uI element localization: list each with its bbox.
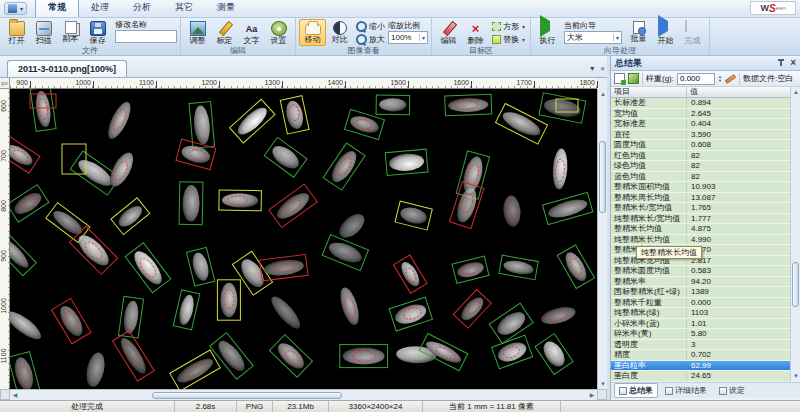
ribbon-tab[interactable]: 其它 (163, 0, 205, 17)
ribbon-tab[interactable]: 测量 (205, 0, 247, 17)
panel-tab-label: 设定 (729, 385, 745, 396)
grain (542, 192, 592, 224)
table-row[interactable]: 整精米长均值4.875 (611, 224, 791, 235)
run-button[interactable]: 执行 (534, 19, 561, 46)
panel-toolbar: 样重(g): ▲▼ 数据文件:空白 (611, 71, 800, 87)
row-value: 3 (687, 340, 791, 350)
tab-list-dropdown-icon[interactable]: ▾ (590, 64, 594, 74)
batch-button[interactable]: 批量 (625, 19, 652, 46)
table-row[interactable]: 整精米千粒重0.000 (611, 298, 791, 309)
column-header-item[interactable]: 项目 (611, 87, 687, 97)
image-canvas[interactable] (10, 89, 597, 389)
scrollbar-thumb[interactable] (599, 141, 606, 213)
text-button[interactable]: 文字 (238, 19, 265, 46)
zoom-out-button[interactable]: 缩小 (354, 20, 387, 32)
quick-access-toolbar[interactable]: ▾ (4, 2, 27, 15)
table-row[interactable]: 垩白度24.65 (611, 371, 791, 381)
scroll-left-icon[interactable]: ◀ (10, 390, 20, 400)
ruler-tick (282, 81, 283, 88)
ruler-label: 1800 (557, 79, 595, 86)
panel-tab[interactable]: 设定 (714, 383, 750, 398)
ruler-label: 700 (0, 145, 10, 167)
calibrate-button[interactable]: 标定 (211, 19, 238, 46)
table-row[interactable]: 绿色均值82 (611, 161, 791, 172)
scrollbar-thumb[interactable] (792, 262, 799, 307)
sample-weight-input[interactable] (677, 73, 715, 85)
grain (176, 139, 216, 170)
ribbon-tab[interactable]: 常规 (35, 0, 79, 17)
table-row[interactable]: 直径3.590 (611, 130, 791, 141)
table-row[interactable]: 碎米率(黄)5.80 (611, 329, 791, 340)
table-row[interactable]: 宽均值2.645 (611, 109, 791, 120)
save-button[interactable]: 保存 (84, 19, 111, 46)
ribbon-tab[interactable]: 分析 (121, 0, 163, 17)
move-button[interactable]: 移动 (299, 19, 326, 46)
zoom-in-button[interactable]: 放大 (354, 33, 387, 45)
row-item-label: 红色均值 (611, 151, 687, 161)
close-tab-icon[interactable]: × (600, 64, 605, 74)
rename-input[interactable] (115, 30, 177, 43)
button-label: 移动 (305, 35, 321, 44)
grain (10, 230, 36, 276)
table-vertical-scrollbar[interactable]: ▲ ▼ (790, 87, 800, 381)
zoom-ratio-select[interactable]: 100%▾ (388, 31, 428, 44)
table-row[interactable]: 精度0.702 (611, 350, 791, 361)
table-row[interactable]: 透明度3 (611, 340, 791, 351)
document-tab[interactable]: 2011-3-0110.png[100%] (7, 60, 127, 77)
row-value: 82 (687, 161, 791, 171)
button-label: 设置 (271, 36, 287, 45)
scan-button[interactable]: 扫描 (30, 19, 57, 46)
contrast-icon (333, 21, 347, 35)
scroll-right-icon[interactable]: ▶ (587, 390, 597, 400)
adjust-button[interactable]: 调整 (184, 19, 211, 46)
new-data-icon[interactable] (614, 73, 625, 84)
table-row[interactable]: 蓝色均值82 (611, 172, 791, 183)
contrast-button[interactable]: 对比 (326, 19, 353, 46)
table-row[interactable]: 纯整精米长均值4.990 (611, 235, 791, 246)
table-row[interactable]: 整精米圆度均值0.583 (611, 266, 791, 277)
table-row[interactable]: 纯整精米长/宽均值1.777 (611, 214, 791, 225)
close-icon[interactable]: × (790, 58, 796, 68)
table-row[interactable]: 国标整精米(红+绿)1389 (611, 287, 791, 298)
table-row[interactable]: 红色均值82 (611, 151, 791, 162)
pin-icon[interactable] (777, 59, 785, 67)
brush-icon[interactable] (725, 74, 736, 84)
table-icon (719, 387, 727, 395)
ribbon-tab[interactable]: 处理 (79, 0, 121, 17)
column-header-value[interactable]: 值 (687, 87, 791, 97)
row-item-label: 宽均值 (611, 109, 687, 119)
table-row[interactable]: 宽标准差0.404 (611, 119, 791, 130)
panel-tab[interactable]: 总结果 (614, 383, 658, 398)
square-shape-button[interactable]: 方形▾ (490, 20, 527, 32)
canvas-horizontal-scrollbar[interactable]: ◀ ▶ (10, 389, 597, 400)
table-row[interactable]: 纯整精米(绿)1103 (611, 308, 791, 319)
copy-icon (65, 21, 77, 34)
spinner-stepper[interactable]: ▲▼ (718, 75, 722, 83)
scroll-up-icon[interactable]: ▲ (791, 87, 800, 97)
spin-down-icon[interactable]: ▼ (718, 79, 722, 83)
open-button[interactable]: 打开 (3, 19, 30, 46)
table-row[interactable]: 整精米率94.20 (611, 277, 791, 288)
table-row[interactable]: 小碎米率(蓝)1.01 (611, 319, 791, 330)
export-icon[interactable] (628, 73, 639, 84)
canvas-vertical-scrollbar[interactable]: ▲ ▼ (597, 89, 607, 389)
table-row[interactable]: 整精米面积均值10.903 (611, 182, 791, 193)
replace-button[interactable]: 替换▾ (490, 33, 527, 45)
target-delete-button[interactable]: 删除 (462, 19, 489, 46)
row-item-label: 垩白度 (611, 371, 687, 381)
panel-tab[interactable]: 详细结果 (660, 383, 712, 398)
table-row[interactable]: 圆度均值0.608 (611, 140, 791, 151)
grain (385, 149, 428, 175)
table-row[interactable]: 整精米周长均值13.087 (611, 193, 791, 204)
table-row[interactable]: 垩白粒率62.99 (611, 361, 791, 372)
table-row[interactable]: 整精米长/宽均值1.765 (611, 203, 791, 214)
wizard-select[interactable]: 大米▾ (564, 31, 622, 44)
scrollbar-thumb[interactable] (152, 392, 342, 399)
copy-button[interactable]: 副本 (57, 19, 84, 46)
settings-button[interactable]: 设置 (265, 19, 292, 46)
scroll-down-icon[interactable]: ▼ (791, 371, 800, 381)
zoom-ratio-label: 缩放比例 (388, 21, 428, 31)
start-button[interactable]: 开始 (652, 19, 679, 46)
table-row[interactable]: 长标准差0.894 (611, 98, 791, 109)
target-edit-button[interactable]: 编辑 (435, 19, 462, 46)
